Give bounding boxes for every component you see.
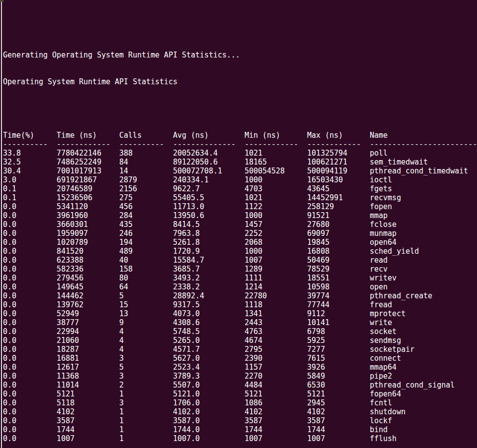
cell: 5121 bbox=[307, 390, 370, 398]
cell: 5121.0 bbox=[173, 390, 244, 398]
cell: 3587.0 bbox=[173, 416, 244, 425]
cell: 1122 bbox=[245, 202, 307, 211]
cell: 500054528 bbox=[245, 167, 307, 175]
cell: mmap64 bbox=[370, 363, 396, 372]
cell: 4102 bbox=[245, 407, 307, 416]
cell: 1021 bbox=[245, 149, 307, 158]
osrt-section-title: Operating System Runtime API Statistics bbox=[3, 77, 477, 86]
column-underline: ---------- bbox=[3, 140, 56, 149]
cell: fflush bbox=[370, 434, 396, 443]
cell: 22994 bbox=[56, 327, 119, 336]
cell: 0.0 bbox=[3, 309, 56, 318]
cell: 0.0 bbox=[3, 291, 56, 300]
cell: 1021 bbox=[245, 193, 307, 202]
osrt-stats-section: Generating Operating System Runtime API … bbox=[3, 33, 477, 448]
cell: socketpair bbox=[370, 345, 414, 354]
cell: 9 bbox=[119, 318, 173, 327]
cell: 691921867 bbox=[56, 175, 119, 184]
cell: mmap bbox=[370, 211, 387, 220]
cell: 1000 bbox=[245, 247, 307, 256]
table-row: 0.0358713587.035873587lockf bbox=[3, 416, 477, 425]
table-row: 0.12074658921569622.7470343645fgets bbox=[3, 184, 477, 193]
cell: 8414.5 bbox=[173, 220, 244, 229]
cell: 16503430 bbox=[307, 175, 370, 184]
cell: 0.0 bbox=[3, 336, 56, 345]
cell: 1744 bbox=[245, 425, 307, 434]
cell: 2252 bbox=[245, 229, 307, 238]
cell: 6798 bbox=[307, 327, 370, 336]
cell: 1 bbox=[119, 390, 173, 398]
table-row: 33.8778042214638820052634.41021101325794… bbox=[3, 149, 477, 158]
cell: 0.0 bbox=[3, 381, 56, 390]
cell: 1214 bbox=[245, 282, 307, 291]
cell: recvmsg bbox=[370, 193, 401, 202]
cell: 2390 bbox=[245, 354, 307, 363]
table-row: 0.03877794308.6244310141write bbox=[3, 318, 477, 327]
cell: 1706.0 bbox=[173, 398, 244, 407]
cell: 841520 bbox=[56, 247, 119, 256]
cell: 1 bbox=[119, 434, 173, 443]
cell: 78529 bbox=[307, 265, 370, 274]
cell: 1007 bbox=[245, 256, 307, 265]
cell: 623388 bbox=[56, 256, 119, 265]
cell: 3.0 bbox=[3, 175, 56, 184]
cell: munmap bbox=[370, 229, 396, 238]
cell: 4073.0 bbox=[173, 309, 244, 318]
cell: 4703 bbox=[245, 184, 307, 193]
table-row: 0.0279456803493.2111118551writev bbox=[3, 274, 477, 282]
cell: 500072708.1 bbox=[173, 167, 244, 175]
cell: 3685.7 bbox=[173, 265, 244, 274]
cell: 4571.7 bbox=[173, 345, 244, 354]
cell: 3 bbox=[119, 398, 173, 407]
table-row: 0.0511831706.010862945fcntl bbox=[3, 398, 477, 407]
table-row: 0.02106045265.046745925sendmsg bbox=[3, 336, 477, 345]
cell: 4102 bbox=[307, 407, 370, 416]
cell: 18287 bbox=[56, 345, 119, 354]
cell: 101325794 bbox=[307, 149, 370, 158]
column-underline: ------------ bbox=[245, 140, 307, 149]
cell: open bbox=[370, 282, 387, 291]
cell: 1111 bbox=[245, 274, 307, 282]
column-header: Min (ns) bbox=[245, 131, 307, 140]
table-row: 0.0174411744.017441744bind bbox=[3, 425, 477, 434]
table-row: 0.01828744571.727957277socketpair bbox=[3, 345, 477, 354]
cell: 3587 bbox=[56, 416, 119, 425]
cell: 500094119 bbox=[307, 167, 370, 175]
cell: 52949 bbox=[56, 309, 119, 318]
cell: 0.0 bbox=[3, 407, 56, 416]
cell: 30.4 bbox=[3, 167, 56, 175]
cell: 21060 bbox=[56, 336, 119, 345]
cell: 5627.0 bbox=[173, 354, 244, 363]
cell: 2945 bbox=[307, 398, 370, 407]
cell: 1744 bbox=[307, 425, 370, 434]
cell: 1118 bbox=[245, 300, 307, 309]
cell: 2338.2 bbox=[173, 282, 244, 291]
cell: 284 bbox=[119, 211, 173, 220]
cell: 80 bbox=[119, 274, 173, 282]
cell: 91521 bbox=[307, 211, 370, 220]
cell: 1000 bbox=[245, 175, 307, 184]
cell: recv bbox=[370, 265, 387, 274]
column-header: Name bbox=[370, 131, 387, 140]
cell: 2 bbox=[119, 381, 173, 390]
cell: 4 bbox=[119, 327, 173, 336]
cell: 2443 bbox=[245, 318, 307, 327]
terminal-window[interactable]: Generating Operating System Runtime API … bbox=[0, 0, 477, 448]
cell: 28892.4 bbox=[173, 291, 244, 300]
cell: 0.1 bbox=[3, 193, 56, 202]
cell: 0.0 bbox=[3, 247, 56, 256]
cell: 240334.1 bbox=[173, 175, 244, 184]
table-row: 0.01261752523.411573926mmap64 bbox=[3, 363, 477, 372]
column-header: Time (ns) bbox=[56, 131, 119, 140]
cell: 5507.0 bbox=[173, 381, 244, 390]
cell: 5121 bbox=[56, 390, 119, 398]
cell: pthread_create bbox=[370, 291, 432, 300]
window-edge-line bbox=[1, 2, 2, 448]
cell: fread bbox=[370, 300, 392, 309]
cell: 0.0 bbox=[3, 211, 56, 220]
cell: 1086 bbox=[245, 398, 307, 407]
cell: 1007.0 bbox=[173, 434, 244, 443]
cell: 279456 bbox=[56, 274, 119, 282]
cell: 12617 bbox=[56, 363, 119, 372]
cell: 16881 bbox=[56, 354, 119, 363]
